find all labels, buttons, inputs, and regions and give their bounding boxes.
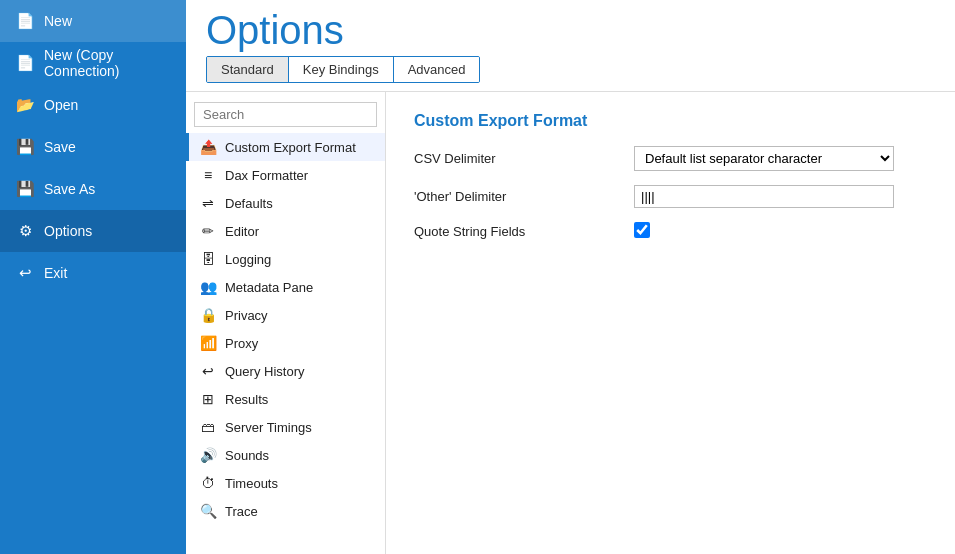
- other-delimiter-control: [634, 185, 927, 208]
- logging-icon: 🗄: [199, 251, 217, 267]
- settings-item-dax-formatter[interactable]: ≡ Dax Formatter: [186, 161, 385, 189]
- open-icon: 📂: [16, 96, 34, 114]
- main-content: Options Standard Key Bindings Advanced 📤…: [186, 0, 955, 554]
- sidebar-item-label: Save: [44, 139, 76, 155]
- header: Options Standard Key Bindings Advanced: [186, 0, 955, 91]
- sidebar-item-open[interactable]: 📂 Open: [0, 84, 186, 126]
- tab-key-bindings[interactable]: Key Bindings: [289, 57, 394, 82]
- other-delimiter-label: 'Other' Delimiter: [414, 189, 634, 204]
- custom-export-icon: 📤: [199, 139, 217, 155]
- tab-standard[interactable]: Standard: [207, 57, 289, 82]
- settings-item-query-history[interactable]: ↩ Query History: [186, 357, 385, 385]
- trace-icon: 🔍: [199, 503, 217, 519]
- metadata-pane-icon: 👥: [199, 279, 217, 295]
- quote-string-fields-label: Quote String Fields: [414, 224, 634, 239]
- settings-item-proxy[interactable]: 📶 Proxy: [186, 329, 385, 357]
- sidebar-item-label: Exit: [44, 265, 67, 281]
- settings-list: 📤 Custom Export Format ≡ Dax Formatter ⇌…: [186, 92, 386, 554]
- sidebar-item-exit[interactable]: ↩ Exit: [0, 252, 186, 294]
- csv-delimiter-label: CSV Delimiter: [414, 151, 634, 166]
- setting-row-quote-string-fields: Quote String Fields: [414, 222, 927, 241]
- settings-item-results[interactable]: ⊞ Results: [186, 385, 385, 413]
- save-icon: 💾: [16, 138, 34, 156]
- tabs-bar: Standard Key Bindings Advanced: [206, 56, 480, 83]
- sidebar-item-label: Save As: [44, 181, 95, 197]
- content-area: 📤 Custom Export Format ≡ Dax Formatter ⇌…: [186, 91, 955, 554]
- csv-delimiter-select[interactable]: Default list separator character Comma S…: [634, 146, 894, 171]
- sidebar-item-options[interactable]: ⚙ Options: [0, 210, 186, 252]
- options-icon: ⚙: [16, 222, 34, 240]
- new-copy-icon: 📄: [16, 54, 34, 72]
- panel-title: Custom Export Format: [414, 112, 927, 130]
- settings-item-server-timings[interactable]: 🗃 Server Timings: [186, 413, 385, 441]
- query-history-icon: ↩: [199, 363, 217, 379]
- privacy-icon: 🔒: [199, 307, 217, 323]
- other-delimiter-input[interactable]: [634, 185, 894, 208]
- settings-item-trace[interactable]: 🔍 Trace: [186, 497, 385, 525]
- server-timings-icon: 🗃: [199, 419, 217, 435]
- search-input[interactable]: [194, 102, 377, 127]
- settings-item-custom-export-format[interactable]: 📤 Custom Export Format: [186, 133, 385, 161]
- quote-string-fields-checkbox[interactable]: [634, 222, 650, 238]
- proxy-icon: 📶: [199, 335, 217, 351]
- sidebar-item-new[interactable]: 📄 New: [0, 0, 186, 42]
- settings-item-metadata-pane[interactable]: 👥 Metadata Pane: [186, 273, 385, 301]
- sidebar-item-label: New: [44, 13, 72, 29]
- settings-item-sounds[interactable]: 🔊 Sounds: [186, 441, 385, 469]
- results-icon: ⊞: [199, 391, 217, 407]
- settings-item-logging[interactable]: 🗄 Logging: [186, 245, 385, 273]
- sidebar-item-save[interactable]: 💾 Save: [0, 126, 186, 168]
- defaults-icon: ⇌: [199, 195, 217, 211]
- csv-delimiter-control: Default list separator character Comma S…: [634, 146, 927, 171]
- settings-item-timeouts[interactable]: ⏱ Timeouts: [186, 469, 385, 497]
- exit-icon: ↩: [16, 264, 34, 282]
- quote-string-fields-control: [634, 222, 927, 241]
- tab-advanced[interactable]: Advanced: [394, 57, 480, 82]
- timeouts-icon: ⏱: [199, 475, 217, 491]
- sidebar-item-save-as[interactable]: 💾 Save As: [0, 168, 186, 210]
- sidebar: 📄 New 📄 New (Copy Connection) 📂 Open 💾 S…: [0, 0, 186, 554]
- new-icon: 📄: [16, 12, 34, 30]
- settings-item-editor[interactable]: ✏ Editor: [186, 217, 385, 245]
- settings-panel: Custom Export Format CSV Delimiter Defau…: [386, 92, 955, 554]
- dax-formatter-icon: ≡: [199, 167, 217, 183]
- setting-row-csv-delimiter: CSV Delimiter Default list separator cha…: [414, 146, 927, 171]
- setting-row-other-delimiter: 'Other' Delimiter: [414, 185, 927, 208]
- settings-item-defaults[interactable]: ⇌ Defaults: [186, 189, 385, 217]
- settings-item-privacy[interactable]: 🔒 Privacy: [186, 301, 385, 329]
- sidebar-item-label: Options: [44, 223, 92, 239]
- page-title: Options: [206, 8, 935, 52]
- editor-icon: ✏: [199, 223, 217, 239]
- sounds-icon: 🔊: [199, 447, 217, 463]
- sidebar-item-label: Open: [44, 97, 78, 113]
- sidebar-item-new-copy[interactable]: 📄 New (Copy Connection): [0, 42, 186, 84]
- save-as-icon: 💾: [16, 180, 34, 198]
- sidebar-item-label: New (Copy Connection): [44, 47, 170, 79]
